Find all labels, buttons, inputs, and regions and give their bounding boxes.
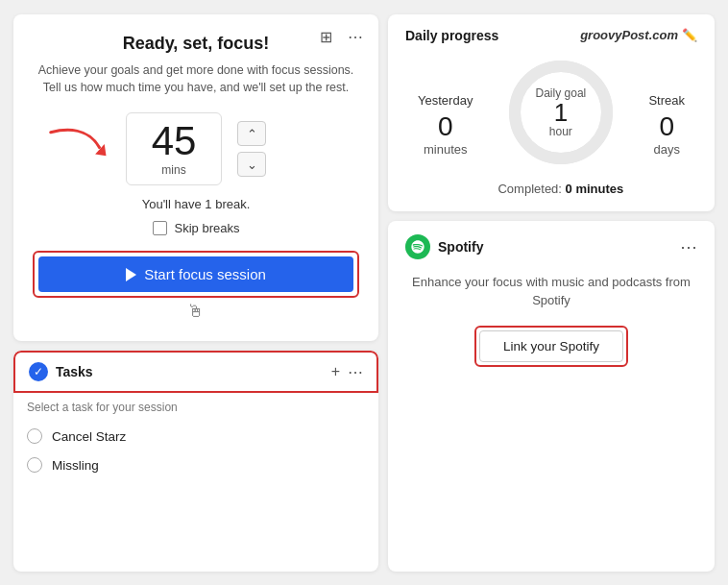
skip-breaks-checkbox[interactable] <box>153 221 167 235</box>
timer-display: 45 mins <box>126 112 222 185</box>
tasks-header: ✓ Tasks + ⋯ <box>13 351 378 393</box>
card-top-icons: ⊞ ⋯ <box>316 26 367 48</box>
task-item: Missling <box>27 451 361 479</box>
streak-value: 0 <box>648 111 685 142</box>
spotify-icon <box>405 234 430 259</box>
expand-icon[interactable]: ⊞ <box>316 26 336 48</box>
spotify-logo: Spotify <box>405 234 483 259</box>
play-icon <box>126 268 136 281</box>
spotify-header: Spotify ⋯ <box>405 234 697 259</box>
edit-icon: ✏️ <box>682 28 697 42</box>
tasks-body: Select a task for your session Cancel St… <box>13 393 378 487</box>
spotify-more-button[interactable]: ⋯ <box>680 236 697 257</box>
focus-more-icon[interactable]: ⋯ <box>344 26 367 48</box>
yesterday-label: Yesterday <box>418 93 473 108</box>
timer-up-button[interactable]: ⌃ <box>237 121 266 146</box>
task-item: Cancel Starz <box>27 422 361 451</box>
task-radio-1[interactable] <box>27 457 42 473</box>
timer-number: 45 <box>152 121 197 161</box>
yesterday-unit: minutes <box>418 142 473 157</box>
focus-card-title: Ready, set, focus! <box>33 34 359 54</box>
completed-value: 0 minutes <box>566 182 624 196</box>
tasks-check-icon: ✓ <box>29 362 48 381</box>
break-text: You'll have 1 break. <box>33 197 359 211</box>
skip-breaks-label: Skip breaks <box>175 221 240 235</box>
groovy-logo: groovyPost.com ✏️ <box>580 28 697 42</box>
donut-goal-unit: hour <box>536 125 587 138</box>
link-spotify-wrapper: Link your Spotify <box>474 326 628 367</box>
arrow-indicator <box>42 123 109 175</box>
tasks-list: Cancel Starz Missling <box>27 422 365 479</box>
start-btn-wrapper: Start focus session <box>33 251 359 298</box>
focus-card: ⊞ ⋯ Ready, set, focus! Achieve your goal… <box>13 14 378 342</box>
tasks-card: ✓ Tasks + ⋯ Select a task for your sessi… <box>13 351 378 572</box>
progress-card: Daily progress groovyPost.com ✏️ Yesterd… <box>388 14 715 211</box>
tasks-title: Tasks <box>56 364 324 379</box>
left-panel: ⊞ ⋯ Ready, set, focus! Achieve your goal… <box>13 14 378 572</box>
progress-header: Daily progress groovyPost.com ✏️ <box>405 28 697 43</box>
spotify-card: Spotify ⋯ Enhance your focus with music … <box>388 221 715 572</box>
timer-unit: mins <box>161 163 185 177</box>
tasks-actions: + ⋯ <box>331 363 363 381</box>
right-panel: Daily progress groovyPost.com ✏️ Yesterd… <box>388 14 715 572</box>
task-label-1: Missling <box>52 458 99 473</box>
timer-controls: ⌃ ⌄ <box>237 121 266 177</box>
tasks-hint: Select a task for your session <box>27 401 365 414</box>
donut-chart: Daily goal 1 hour <box>503 55 619 170</box>
start-focus-session-button[interactable]: Start focus session <box>38 256 353 292</box>
start-btn-label: Start focus session <box>144 266 266 282</box>
streak-label: Streak <box>648 93 685 108</box>
tasks-more-button[interactable]: ⋯ <box>348 363 363 381</box>
task-label-0: Cancel Starz <box>52 429 126 444</box>
streak-stat: Streak 0 days <box>648 93 685 157</box>
progress-title: Daily progress <box>405 28 498 43</box>
skip-breaks-row: Skip breaks <box>33 221 359 235</box>
completed-text: Completed: 0 minutes <box>497 182 623 196</box>
yesterday-stat: Yesterday 0 minutes <box>418 93 473 157</box>
donut-goal-value: 1 <box>536 100 587 125</box>
tasks-add-button[interactable]: + <box>331 363 340 380</box>
task-radio-0[interactable] <box>27 428 42 444</box>
groovy-text: groovyPost.com <box>580 28 678 42</box>
donut-center: Daily goal 1 hour <box>536 86 587 138</box>
spotify-name: Spotify <box>438 239 483 255</box>
streak-unit: days <box>648 142 685 157</box>
link-spotify-button[interactable]: Link your Spotify <box>479 330 623 362</box>
spotify-body: Enhance your focus with music and podcas… <box>405 273 697 367</box>
timer-down-button[interactable]: ⌄ <box>237 152 266 177</box>
yesterday-value: 0 <box>418 111 473 142</box>
progress-content: Yesterday 0 minutes Daily goal 1 <box>405 55 697 196</box>
spotify-desc: Enhance your focus with music and podcas… <box>405 273 697 310</box>
timer-section: 45 mins ⌃ ⌄ <box>33 112 359 185</box>
focus-card-subtitle: Achieve your goals and get more done wit… <box>33 61 359 98</box>
cursor-hint: 🖱 <box>33 302 359 322</box>
